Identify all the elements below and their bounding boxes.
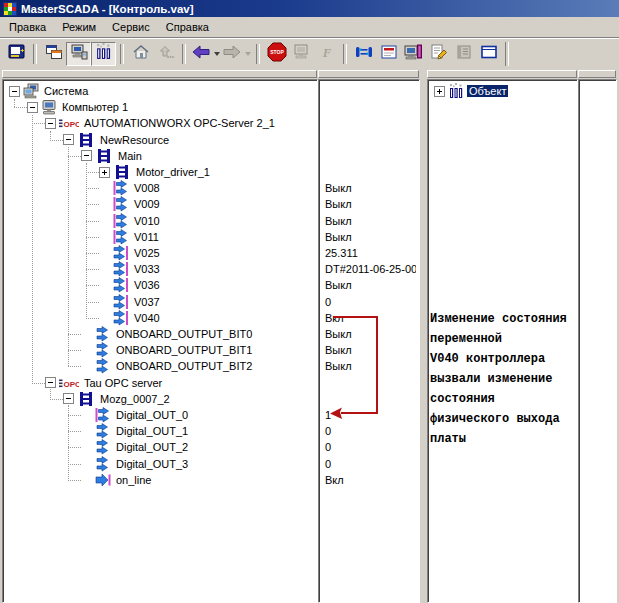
tree-row[interactable]: V040 (5, 310, 315, 326)
tree-row-label[interactable]: Mozg_0007_2 (98, 393, 172, 405)
app-icon[interactable] (3, 2, 17, 16)
system-view-button[interactable] (66, 42, 91, 66)
tree-row-label[interactable]: Объект (467, 85, 508, 97)
tree-row[interactable]: OPCTau OPC server (5, 375, 315, 391)
tree-row-label[interactable]: NewResource (98, 134, 171, 146)
book-button[interactable] (451, 42, 476, 66)
tree-row[interactable]: V011 (5, 229, 315, 245)
back-button[interactable] (190, 42, 221, 66)
tree-row[interactable]: OPCAUTOMATIONWORX OPC-Server 2_1 (5, 115, 315, 131)
value-cell[interactable]: Вкл (325, 472, 416, 488)
tree-row[interactable]: V033 (5, 261, 315, 277)
tree-row[interactable]: Digital_OUT_1 (5, 423, 315, 439)
value-cell[interactable]: Выкл (325, 342, 416, 358)
column-header[interactable] (427, 70, 577, 78)
tree-row-label[interactable]: V009 (132, 198, 162, 210)
tree-row[interactable]: Digital_OUT_0 (5, 407, 315, 423)
tree-row-label[interactable]: Main (116, 150, 144, 162)
menu-item[interactable]: Справка (158, 18, 217, 36)
report-button[interactable] (376, 42, 401, 66)
value-cell[interactable]: 0 (325, 294, 416, 310)
tree-row[interactable]: V010 (5, 213, 315, 229)
menu-item[interactable]: Режим (54, 18, 104, 36)
tree-row-label[interactable]: AUTOMATIONWORX OPC-Server 2_1 (82, 117, 277, 129)
collapse-minus-icon[interactable] (63, 134, 74, 145)
tree-row-label[interactable]: V008 (132, 182, 162, 194)
tree-row[interactable]: Mozg_0007_2 (5, 391, 315, 407)
value-cell[interactable]: 1 (325, 407, 416, 423)
tree-row[interactable]: V008 (5, 180, 315, 196)
value-cell[interactable]: DT#2011-06-25-00 (325, 261, 416, 277)
tree-row-label[interactable]: V036 (132, 279, 162, 291)
collapse-minus-icon[interactable] (45, 377, 56, 388)
tree-row-label[interactable]: ONBOARD_OUTPUT_BIT1 (114, 344, 254, 356)
dropdown-caret[interactable] (245, 52, 251, 56)
tree-row-label[interactable]: V010 (132, 215, 162, 227)
tree-row[interactable]: Main (5, 148, 315, 164)
value-cell[interactable]: 0 (325, 423, 416, 439)
collapse-minus-icon[interactable] (63, 393, 74, 404)
cascade-windows-button[interactable] (41, 42, 66, 66)
tree-row-label[interactable]: ONBOARD_OUTPUT_BIT2 (114, 360, 254, 372)
runtime-window-button[interactable] (4, 42, 29, 66)
tree-row-label[interactable]: V011 (132, 231, 161, 243)
menu-item[interactable]: Сервис (104, 18, 158, 36)
tree-row[interactable]: NewResource (5, 132, 315, 148)
tree-row[interactable]: Система (5, 83, 315, 99)
tree-row[interactable]: ONBOARD_OUTPUT_BIT1 (5, 342, 315, 358)
tree-row-label[interactable]: Digital_OUT_2 (114, 441, 190, 453)
menu-item[interactable]: Правка (1, 18, 54, 36)
tree-row-label[interactable]: Система (42, 85, 90, 97)
collapse-minus-icon[interactable] (9, 86, 20, 97)
collapse-minus-icon[interactable] (27, 102, 38, 113)
value-cell[interactable]: 25.311 (325, 245, 416, 261)
stop-button[interactable]: STOP (264, 42, 289, 66)
tree-row-label[interactable]: Motor_driver_1 (134, 166, 212, 178)
tree-row[interactable]: Объект (430, 83, 575, 99)
tree-row[interactable]: Digital_OUT_3 (5, 456, 315, 472)
value-cell[interactable]: Выкл (325, 196, 416, 212)
expand-plus-icon[interactable] (434, 86, 445, 97)
tree-row-label[interactable]: on_line (114, 474, 153, 486)
tree-row[interactable]: Компьютер 1 (5, 99, 315, 115)
tree-row[interactable]: V025 (5, 245, 315, 261)
connections-button[interactable] (351, 42, 376, 66)
tree-row-label[interactable]: Компьютер 1 (60, 101, 130, 113)
tree-row[interactable]: V037 (5, 294, 315, 310)
value-cell[interactable]: Выкл (325, 213, 416, 229)
expand-plus-icon[interactable] (99, 167, 110, 178)
object-view-button[interactable] (91, 42, 116, 66)
value-cell[interactable]: Выкл (325, 277, 416, 293)
value-cell[interactable]: Выкл (325, 180, 416, 196)
tree-row[interactable]: V009 (5, 196, 315, 212)
tree-row[interactable]: ONBOARD_OUTPUT_BIT2 (5, 358, 315, 374)
tree-row-label[interactable]: Digital_OUT_3 (114, 458, 190, 470)
tree-row[interactable]: V036 (5, 277, 315, 293)
column-header[interactable] (578, 70, 616, 78)
tree-row-label[interactable]: V025 (132, 247, 162, 259)
value-cell[interactable]: 0 (325, 439, 416, 455)
run-button[interactable] (289, 42, 314, 66)
dropdown-caret[interactable] (214, 52, 220, 56)
tree-row-label[interactable]: ONBOARD_OUTPUT_BIT0 (114, 328, 254, 340)
tree-row[interactable]: Digital_OUT_2 (5, 439, 315, 455)
tree-row-label[interactable]: Digital_OUT_1 (114, 425, 190, 437)
tree-row[interactable]: on_line (5, 472, 315, 488)
up-level-button[interactable] (153, 42, 178, 66)
edit-doc-button[interactable] (426, 42, 451, 66)
collapse-minus-icon[interactable] (45, 118, 56, 129)
tree-row-label[interactable]: Digital_OUT_0 (114, 409, 190, 421)
tree-row-label[interactable]: V033 (132, 263, 162, 275)
collapse-minus-icon[interactable] (81, 150, 92, 161)
value-cell[interactable]: 0 (325, 456, 416, 472)
value-cell[interactable]: Вкл (325, 310, 416, 326)
tree-row-label[interactable]: Tau OPC server (82, 377, 164, 389)
function-key-button[interactable]: F (314, 42, 339, 66)
computer-doc-button[interactable] (401, 42, 426, 66)
tree-row[interactable]: ONBOARD_OUTPUT_BIT0 (5, 326, 315, 342)
value-cell[interactable]: Выкл (325, 326, 416, 342)
home-button[interactable] (128, 42, 153, 66)
value-cell[interactable]: Выкл (325, 229, 416, 245)
tree-row-label[interactable]: V037 (132, 296, 162, 308)
new-window-button[interactable] (476, 42, 501, 66)
